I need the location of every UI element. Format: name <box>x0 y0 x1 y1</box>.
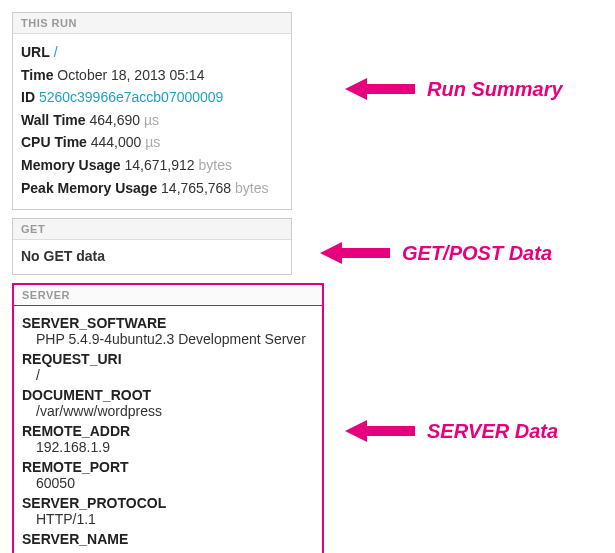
server-val: 192.168.1.9 <box>22 439 314 455</box>
cpu-time-unit: µs <box>145 134 160 150</box>
id-row: ID 5260c39966e7accb07000009 <box>21 88 283 108</box>
svg-marker-0 <box>345 78 415 100</box>
get-data-body: No GET data <box>13 240 291 274</box>
annotation-get-post: GET/POST Data <box>320 240 552 266</box>
peak-memory-value: 14,765,768 <box>161 180 231 196</box>
id-link[interactable]: 5260c39966e7accb07000009 <box>39 89 224 105</box>
wall-time-label: Wall Time <box>21 112 86 128</box>
svg-marker-1 <box>320 242 390 264</box>
time-label: Time <box>21 67 53 83</box>
peak-memory-unit: bytes <box>235 180 268 196</box>
svg-marker-2 <box>345 420 415 442</box>
annotation-label: SERVER Data <box>427 420 558 443</box>
annotation-label: Run Summary <box>427 78 563 101</box>
server-row: REMOTE_ADDR 192.168.1.9 <box>22 423 314 455</box>
run-summary-panel: THIS RUN URL / Time October 18, 2013 05:… <box>12 12 292 210</box>
server-row: SERVER_NAME <box>22 531 314 547</box>
server-row: SERVER_SOFTWARE PHP 5.4.9-4ubuntu2.3 Dev… <box>22 315 314 347</box>
arrow-icon <box>345 76 415 102</box>
wall-time-unit: µs <box>144 112 159 128</box>
peak-memory-row: Peak Memory Usage 14,765,768 bytes <box>21 179 283 199</box>
server-key: REMOTE_PORT <box>22 459 314 475</box>
arrow-icon <box>345 418 415 444</box>
server-key: REQUEST_URI <box>22 351 314 367</box>
memory-usage-row: Memory Usage 14,671,912 bytes <box>21 156 283 176</box>
server-val: PHP 5.4.9-4ubuntu2.3 Development Server <box>22 331 314 347</box>
wall-time-value: 464,690 <box>89 112 140 128</box>
time-row: Time October 18, 2013 05:14 <box>21 66 283 86</box>
server-row: REMOTE_PORT 60050 <box>22 459 314 491</box>
server-data-header: SERVER <box>14 285 322 306</box>
run-summary-body: URL / Time October 18, 2013 05:14 ID 526… <box>13 34 291 209</box>
server-key: SERVER_NAME <box>22 531 314 547</box>
id-label: ID <box>21 89 35 105</box>
server-val: 60050 <box>22 475 314 491</box>
server-key: SERVER_PROTOCOL <box>22 495 314 511</box>
arrow-icon <box>320 240 390 266</box>
server-data-panel: SERVER SERVER_SOFTWARE PHP 5.4.9-4ubuntu… <box>12 283 324 553</box>
annotation-server: SERVER Data <box>345 418 558 444</box>
server-key: DOCUMENT_ROOT <box>22 387 314 403</box>
server-row: SERVER_PROTOCOL HTTP/1.1 <box>22 495 314 527</box>
memory-value: 14,671,912 <box>124 157 194 173</box>
server-key: REMOTE_ADDR <box>22 423 314 439</box>
memory-label: Memory Usage <box>21 157 121 173</box>
url-label: URL <box>21 44 50 60</box>
cpu-time-label: CPU Time <box>21 134 87 150</box>
url-row: URL / <box>21 43 283 63</box>
url-link[interactable]: / <box>54 44 58 60</box>
get-nodata-text: No GET data <box>21 246 283 266</box>
get-data-panel: GET No GET data <box>12 218 292 275</box>
get-data-header: GET <box>13 219 291 240</box>
server-val: /var/www/wordpress <box>22 403 314 419</box>
server-val: HTTP/1.1 <box>22 511 314 527</box>
server-row: DOCUMENT_ROOT /var/www/wordpress <box>22 387 314 419</box>
peak-memory-label: Peak Memory Usage <box>21 180 157 196</box>
server-row: REQUEST_URI / <box>22 351 314 383</box>
annotation-run-summary: Run Summary <box>345 76 563 102</box>
cpu-time-row: CPU Time 444,000 µs <box>21 133 283 153</box>
time-value: October 18, 2013 05:14 <box>57 67 204 83</box>
server-data-body: SERVER_SOFTWARE PHP 5.4.9-4ubuntu2.3 Dev… <box>14 306 322 553</box>
server-key: SERVER_SOFTWARE <box>22 315 314 331</box>
memory-unit: bytes <box>198 157 231 173</box>
run-summary-header: THIS RUN <box>13 13 291 34</box>
annotation-label: GET/POST Data <box>402 242 552 265</box>
wall-time-row: Wall Time 464,690 µs <box>21 111 283 131</box>
cpu-time-value: 444,000 <box>91 134 142 150</box>
server-val: / <box>22 367 314 383</box>
